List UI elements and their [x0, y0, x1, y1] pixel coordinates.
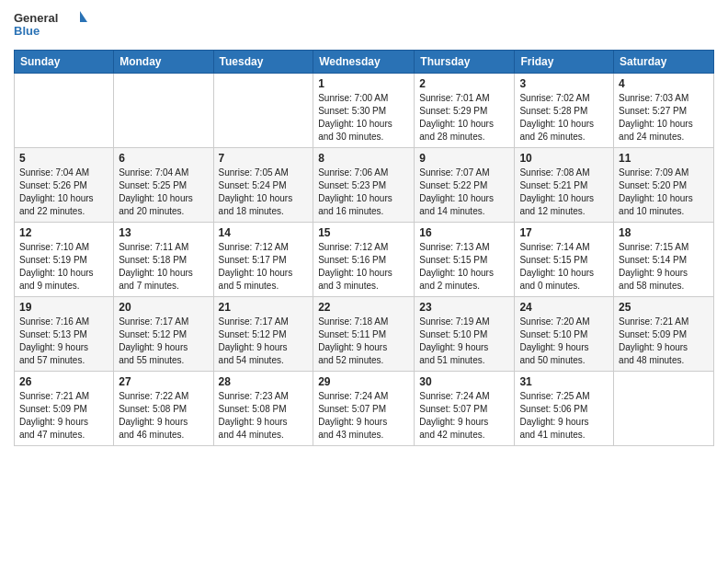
- header: General Blue: [14, 9, 714, 42]
- day-number: 3: [519, 77, 609, 90]
- day-number: 22: [318, 301, 409, 314]
- day-info: Sunrise: 7:16 AM Sunset: 5:13 PM Dayligh…: [19, 316, 108, 367]
- calendar-day-26: 26Sunrise: 7:21 AM Sunset: 5:09 PM Dayli…: [15, 372, 114, 446]
- svg-marker-2: [80, 11, 87, 22]
- calendar-day-24: 24Sunrise: 7:20 AM Sunset: 5:10 PM Dayli…: [515, 297, 614, 372]
- calendar-week-row: 1Sunrise: 7:00 AM Sunset: 5:30 PM Daylig…: [15, 74, 714, 148]
- calendar-day-20: 20Sunrise: 7:17 AM Sunset: 5:12 PM Dayli…: [114, 297, 213, 372]
- day-info: Sunrise: 7:11 AM Sunset: 5:18 PM Dayligh…: [119, 241, 208, 293]
- calendar-day-3: 3Sunrise: 7:02 AM Sunset: 5:28 PM Daylig…: [515, 74, 614, 148]
- day-info: Sunrise: 7:00 AM Sunset: 5:30 PM Dayligh…: [318, 92, 409, 144]
- day-info: Sunrise: 7:13 AM Sunset: 5:15 PM Dayligh…: [419, 241, 509, 293]
- svg-text:Blue: Blue: [14, 24, 40, 38]
- day-number: 23: [419, 301, 509, 314]
- day-number: 6: [119, 152, 208, 165]
- weekday-header-thursday: Thursday: [415, 51, 515, 74]
- calendar-day-10: 10Sunrise: 7:08 AM Sunset: 5:21 PM Dayli…: [515, 148, 614, 223]
- weekday-header-monday: Monday: [114, 51, 213, 74]
- day-info: Sunrise: 7:05 AM Sunset: 5:24 PM Dayligh…: [219, 167, 309, 218]
- calendar-empty-cell: [114, 74, 213, 148]
- day-number: 16: [419, 226, 509, 239]
- day-number: 2: [419, 77, 509, 90]
- calendar-day-8: 8Sunrise: 7:06 AM Sunset: 5:23 PM Daylig…: [313, 148, 415, 223]
- weekday-header-row: SundayMondayTuesdayWednesdayThursdayFrid…: [15, 51, 714, 74]
- calendar-day-16: 16Sunrise: 7:13 AM Sunset: 5:15 PM Dayli…: [415, 223, 515, 297]
- day-info: Sunrise: 7:10 AM Sunset: 5:19 PM Dayligh…: [19, 241, 108, 293]
- day-number: 4: [619, 77, 709, 90]
- day-info: Sunrise: 7:17 AM Sunset: 5:12 PM Dayligh…: [119, 316, 208, 367]
- day-info: Sunrise: 7:21 AM Sunset: 5:09 PM Dayligh…: [619, 316, 709, 367]
- calendar-day-13: 13Sunrise: 7:11 AM Sunset: 5:18 PM Dayli…: [114, 223, 213, 297]
- calendar-day-18: 18Sunrise: 7:15 AM Sunset: 5:14 PM Dayli…: [614, 223, 714, 297]
- day-info: Sunrise: 7:25 AM Sunset: 5:06 PM Dayligh…: [519, 390, 609, 442]
- calendar-day-15: 15Sunrise: 7:12 AM Sunset: 5:16 PM Dayli…: [313, 223, 415, 297]
- calendar-day-17: 17Sunrise: 7:14 AM Sunset: 5:15 PM Dayli…: [515, 223, 614, 297]
- calendar-day-5: 5Sunrise: 7:04 AM Sunset: 5:26 PM Daylig…: [15, 148, 114, 223]
- day-number: 30: [419, 375, 509, 388]
- day-number: 15: [318, 226, 409, 239]
- calendar-week-row: 26Sunrise: 7:21 AM Sunset: 5:09 PM Dayli…: [15, 372, 714, 446]
- day-info: Sunrise: 7:04 AM Sunset: 5:25 PM Dayligh…: [119, 167, 208, 218]
- day-number: 11: [619, 152, 709, 165]
- day-number: 18: [619, 226, 709, 239]
- calendar-empty-cell: [614, 372, 714, 446]
- day-info: Sunrise: 7:08 AM Sunset: 5:21 PM Dayligh…: [519, 167, 609, 218]
- day-number: 1: [318, 77, 409, 90]
- calendar-week-row: 19Sunrise: 7:16 AM Sunset: 5:13 PM Dayli…: [15, 297, 714, 372]
- weekday-header-tuesday: Tuesday: [213, 51, 313, 74]
- day-info: Sunrise: 7:22 AM Sunset: 5:08 PM Dayligh…: [119, 390, 208, 442]
- day-number: 27: [119, 375, 208, 388]
- day-info: Sunrise: 7:18 AM Sunset: 5:11 PM Dayligh…: [318, 316, 409, 367]
- day-info: Sunrise: 7:01 AM Sunset: 5:29 PM Dayligh…: [419, 92, 509, 144]
- calendar-day-6: 6Sunrise: 7:04 AM Sunset: 5:25 PM Daylig…: [114, 148, 213, 223]
- day-info: Sunrise: 7:24 AM Sunset: 5:07 PM Dayligh…: [419, 390, 509, 442]
- day-info: Sunrise: 7:14 AM Sunset: 5:15 PM Dayligh…: [519, 241, 609, 293]
- calendar-day-2: 2Sunrise: 7:01 AM Sunset: 5:29 PM Daylig…: [415, 74, 515, 148]
- day-number: 10: [519, 152, 609, 165]
- day-number: 21: [219, 301, 309, 314]
- day-number: 5: [19, 152, 108, 165]
- day-info: Sunrise: 7:12 AM Sunset: 5:16 PM Dayligh…: [318, 241, 409, 293]
- day-number: 13: [119, 226, 208, 239]
- weekday-header-saturday: Saturday: [614, 51, 714, 74]
- calendar-week-row: 12Sunrise: 7:10 AM Sunset: 5:19 PM Dayli…: [15, 223, 714, 297]
- day-info: Sunrise: 7:24 AM Sunset: 5:07 PM Dayligh…: [318, 390, 409, 442]
- day-info: Sunrise: 7:20 AM Sunset: 5:10 PM Dayligh…: [519, 316, 609, 367]
- day-number: 24: [519, 301, 609, 314]
- day-number: 20: [119, 301, 208, 314]
- day-number: 28: [219, 375, 309, 388]
- calendar-week-row: 5Sunrise: 7:04 AM Sunset: 5:26 PM Daylig…: [15, 148, 714, 223]
- calendar-day-9: 9Sunrise: 7:07 AM Sunset: 5:22 PM Daylig…: [415, 148, 515, 223]
- day-info: Sunrise: 7:06 AM Sunset: 5:23 PM Dayligh…: [318, 167, 409, 218]
- calendar-day-11: 11Sunrise: 7:09 AM Sunset: 5:20 PM Dayli…: [614, 148, 714, 223]
- calendar-day-4: 4Sunrise: 7:03 AM Sunset: 5:27 PM Daylig…: [614, 74, 714, 148]
- calendar-table: SundayMondayTuesdayWednesdayThursdayFrid…: [14, 50, 714, 446]
- logo: General Blue: [14, 9, 87, 42]
- day-info: Sunrise: 7:21 AM Sunset: 5:09 PM Dayligh…: [19, 390, 108, 442]
- day-info: Sunrise: 7:02 AM Sunset: 5:28 PM Dayligh…: [519, 92, 609, 144]
- day-number: 17: [519, 226, 609, 239]
- day-number: 19: [19, 301, 108, 314]
- calendar-day-28: 28Sunrise: 7:23 AM Sunset: 5:08 PM Dayli…: [213, 372, 313, 446]
- day-number: 25: [619, 301, 709, 314]
- calendar-day-22: 22Sunrise: 7:18 AM Sunset: 5:11 PM Dayli…: [313, 297, 415, 372]
- calendar-day-30: 30Sunrise: 7:24 AM Sunset: 5:07 PM Dayli…: [415, 372, 515, 446]
- weekday-header-friday: Friday: [515, 51, 614, 74]
- calendar-empty-cell: [213, 74, 313, 148]
- calendar-day-21: 21Sunrise: 7:17 AM Sunset: 5:12 PM Dayli…: [213, 297, 313, 372]
- weekday-header-sunday: Sunday: [15, 51, 114, 74]
- day-number: 14: [219, 226, 309, 239]
- day-info: Sunrise: 7:07 AM Sunset: 5:22 PM Dayligh…: [419, 167, 509, 218]
- calendar-day-23: 23Sunrise: 7:19 AM Sunset: 5:10 PM Dayli…: [415, 297, 515, 372]
- calendar-day-19: 19Sunrise: 7:16 AM Sunset: 5:13 PM Dayli…: [15, 297, 114, 372]
- calendar-empty-cell: [15, 74, 114, 148]
- page: General Blue SundayMondayTuesdayWednesda…: [0, 0, 728, 563]
- day-number: 29: [318, 375, 409, 388]
- calendar-day-14: 14Sunrise: 7:12 AM Sunset: 5:17 PM Dayli…: [213, 223, 313, 297]
- calendar-day-1: 1Sunrise: 7:00 AM Sunset: 5:30 PM Daylig…: [313, 74, 415, 148]
- day-info: Sunrise: 7:15 AM Sunset: 5:14 PM Dayligh…: [619, 241, 709, 293]
- calendar-day-12: 12Sunrise: 7:10 AM Sunset: 5:19 PM Dayli…: [15, 223, 114, 297]
- day-info: Sunrise: 7:04 AM Sunset: 5:26 PM Dayligh…: [19, 167, 108, 218]
- generalblue-logo: General Blue: [14, 9, 87, 42]
- day-number: 8: [318, 152, 409, 165]
